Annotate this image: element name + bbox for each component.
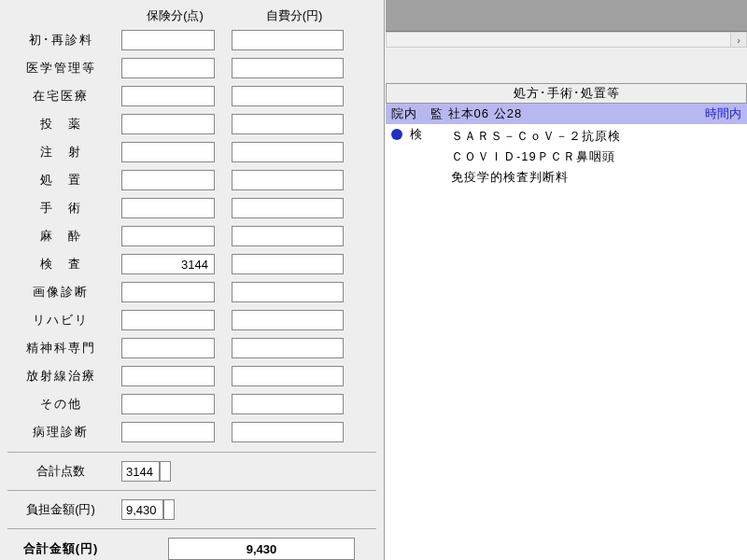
fee-row-label: 初･再診料 — [0, 32, 121, 49]
scroll-right-icon[interactable]: › — [730, 33, 746, 47]
fee-row-selfpay-field[interactable] — [232, 310, 344, 330]
detail-descriptions: ＳＡＲＳ－ＣｏＶ－２抗原検ＣＯＶＩＤ-19ＰＣＲ鼻咽頭免疫学的検査判断料 — [451, 126, 741, 188]
fee-row-selfpay-field[interactable] — [232, 254, 344, 274]
fee-row-label: 画像診断 — [0, 284, 121, 301]
left-panel: 保険分(点) 自費分(円) 初･再診料医学管理等在宅医療投 薬注 射処 置手 術… — [0, 0, 385, 560]
fee-row-selfpay-field[interactable] — [232, 338, 344, 358]
fee-row: その他 — [0, 390, 384, 418]
fee-row-selfpay-field[interactable] — [232, 86, 344, 106]
total-points-field-1[interactable]: 3144 — [121, 461, 160, 482]
fee-row-selfpay-field[interactable] — [232, 198, 344, 218]
fee-row: リハビリ — [0, 306, 384, 334]
fee-row-selfpay-field[interactable] — [232, 114, 344, 134]
fee-row-selfpay-field[interactable] — [232, 58, 344, 78]
fee-row-insurance-field[interactable] — [121, 366, 215, 386]
detail-highlight-row[interactable]: 院内 監 社本06 公28 時間内 — [386, 104, 747, 124]
highlight-left-text: 院内 監 社本06 公28 — [391, 105, 522, 122]
grand-total-row: 合計金額(円) 9,430 — [0, 533, 384, 560]
fee-row-selfpay-field[interactable] — [232, 394, 344, 414]
fee-row: 投 薬 — [0, 110, 384, 138]
fee-row-insurance-field[interactable] — [121, 338, 215, 358]
fee-row-selfpay-field[interactable] — [232, 422, 344, 442]
header-self-pay-yen: 自費分(円) — [229, 7, 359, 24]
fee-row: 精神科専門 — [0, 334, 384, 362]
burden-field-2[interactable] — [163, 499, 175, 520]
fee-row-selfpay-field[interactable] — [232, 170, 344, 190]
fee-row-insurance-field[interactable]: 3144 — [121, 254, 215, 274]
right-gap — [386, 48, 747, 83]
summary-block: 合計点数 3144 負担金額(円) 9,430 合計金額(円) 9,430 戻る — [0, 448, 384, 560]
fee-row-label: その他 — [0, 396, 121, 413]
fee-rows: 初･再診料医学管理等在宅医療投 薬注 射処 置手 術麻 酔検 査3144画像診断… — [0, 26, 384, 446]
fee-row-selfpay-field[interactable] — [232, 282, 344, 302]
header-insurance-points: 保険分(点) — [121, 7, 229, 24]
burden-row: 負担金額(円) 9,430 — [0, 495, 384, 525]
fee-row-label: 病理診断 — [0, 424, 121, 441]
fee-row-insurance-field[interactable] — [121, 86, 215, 106]
fee-row: 病理診断 — [0, 418, 384, 446]
fee-row-label: 手 術 — [0, 200, 121, 217]
bullet-icon — [391, 129, 402, 140]
fee-row-insurance-field[interactable] — [121, 30, 215, 50]
fee-row-insurance-field[interactable] — [121, 282, 215, 302]
fee-row-label: 麻 酔 — [0, 228, 121, 245]
total-points-label: 合計点数 — [0, 463, 121, 480]
fee-row: 医学管理等 — [0, 54, 384, 82]
horizontal-scrollbar[interactable]: › — [386, 32, 747, 48]
grand-total-label: 合計金額(円) — [0, 540, 121, 557]
fee-row-insurance-field[interactable] — [121, 114, 215, 134]
fee-row-insurance-field[interactable] — [121, 226, 215, 246]
detail-area: 院内 監 社本06 公28 時間内 検 ＳＡＲＳ－ＣｏＶ－２抗原検ＣＯＶＩＤ-1… — [386, 104, 747, 188]
fee-row-label: 検 査 — [0, 256, 121, 273]
fee-row-insurance-field[interactable] — [121, 170, 215, 190]
fee-row-label: 精神科専門 — [0, 340, 121, 357]
fee-row-insurance-field[interactable] — [121, 310, 215, 330]
fee-row-label: 投 薬 — [0, 116, 121, 133]
fee-row-selfpay-field[interactable] — [232, 226, 344, 246]
fee-row-insurance-field[interactable] — [121, 198, 215, 218]
fee-row: 画像診断 — [0, 278, 384, 306]
detail-description-line: ＣＯＶＩＤ-19ＰＣＲ鼻咽頭 — [451, 147, 741, 167]
total-points-row: 合計点数 3144 — [0, 456, 384, 486]
fee-row: 検 査3144 — [0, 250, 384, 278]
grand-total-field[interactable]: 9,430 — [168, 538, 355, 560]
fee-row-label: 放射線治療 — [0, 368, 121, 385]
fee-row-label: 処 置 — [0, 172, 121, 189]
fee-row: 放射線治療 — [0, 362, 384, 390]
fee-row-label: 注 射 — [0, 144, 121, 161]
detail-description-line: 免疫学的検査判断料 — [451, 167, 741, 188]
detail-category: 検 — [410, 126, 451, 143]
fee-row-label: 医学管理等 — [0, 60, 121, 77]
right-top-bar — [386, 0, 747, 32]
section-header: 処方･手術･処置等 — [386, 83, 747, 104]
fee-row-insurance-field[interactable] — [121, 142, 215, 162]
fee-row-insurance-field[interactable] — [121, 394, 215, 414]
fee-row: 初･再診料 — [0, 26, 384, 54]
fee-row: 手 術 — [0, 194, 384, 222]
detail-line: 検 ＳＡＲＳ－ＣｏＶ－２抗原検ＣＯＶＩＤ-19ＰＣＲ鼻咽頭免疫学的検査判断料 — [386, 124, 747, 188]
fee-row-insurance-field[interactable] — [121, 422, 215, 442]
burden-field-1[interactable]: 9,430 — [121, 499, 163, 520]
fee-row-selfpay-field[interactable] — [232, 30, 344, 50]
fee-row-insurance-field[interactable] — [121, 58, 215, 78]
fee-row-selfpay-field[interactable] — [232, 142, 344, 162]
fee-row-label: 在宅医療 — [0, 88, 121, 105]
column-headers: 保険分(点) 自費分(円) — [0, 7, 384, 24]
total-points-field-2[interactable] — [160, 461, 171, 482]
fee-row: 在宅医療 — [0, 82, 384, 110]
highlight-right-text: 時間内 — [705, 105, 741, 122]
burden-label: 負担金額(円) — [0, 501, 121, 518]
fee-row-label: リハビリ — [0, 312, 121, 329]
fee-row: 麻 酔 — [0, 222, 384, 250]
detail-description-line: ＳＡＲＳ－ＣｏＶ－２抗原検 — [451, 126, 741, 147]
fee-row: 処 置 — [0, 166, 384, 194]
fee-row: 注 射 — [0, 138, 384, 166]
fee-row-selfpay-field[interactable] — [232, 366, 344, 386]
